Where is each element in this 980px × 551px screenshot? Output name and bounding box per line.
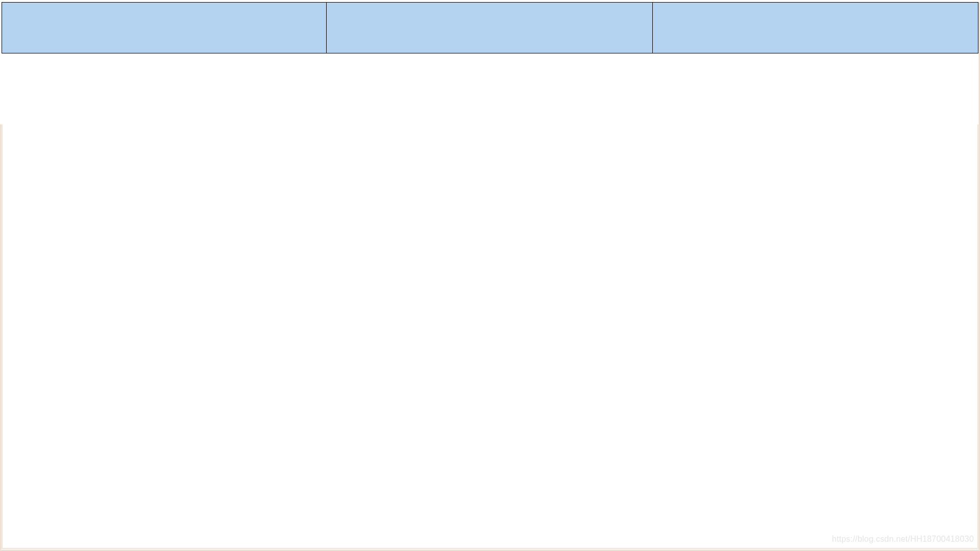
page-border-left: [0, 124, 2, 551]
table-header-cell-3: [653, 2, 978, 53]
table-header-cell-1: [2, 2, 327, 53]
page-container: https://blog.csdn.net/HH18700418030: [0, 0, 980, 551]
content-area-top: [2, 53, 978, 124]
table-header-cell-2: [327, 2, 653, 53]
table-header-row: [2, 2, 978, 53]
content-area-bottom: [2, 124, 978, 549]
